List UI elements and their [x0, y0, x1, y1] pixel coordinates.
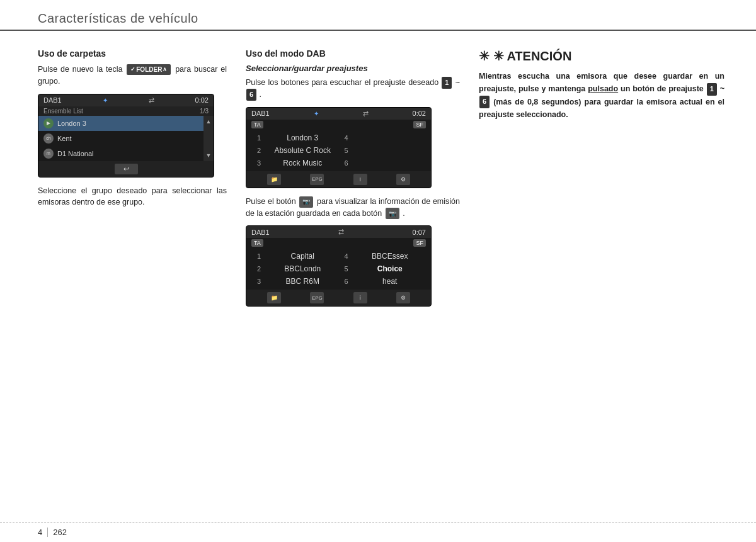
page-title: Características de vehículo: [38, 11, 718, 26]
name-capital: Capital: [268, 252, 338, 261]
epg-icon[interactable]: EPG: [310, 174, 324, 185]
tag-sf-3: SF: [413, 239, 426, 247]
dab-screen-1: DAB1 ✦ ⇄ 0:02 Ensemble List 1/3 ▶ London…: [38, 94, 214, 178]
play-icon: ▶: [43, 118, 54, 128]
item-name: D1 National: [57, 150, 93, 157]
arrow-icon-3: ⇄: [338, 228, 344, 236]
info-icon[interactable]: i: [353, 174, 367, 185]
item-name: Kent: [57, 135, 72, 142]
content-area: Uso de carpetas Pulse de nuevo la tecla …: [0, 31, 756, 510]
bt-icon: ✦: [103, 97, 108, 104]
name-heat: heat: [355, 277, 425, 286]
tags-row-2: TA SF: [246, 120, 431, 130]
tag-sf: SF: [413, 121, 426, 128]
col-right: ✳ ✳ ATENCIÓN Mientras escucha una emisor…: [479, 48, 724, 497]
dab-bottom-icons-2: 📁 EPG i ⚙: [246, 171, 431, 188]
ensemble-label: Ensemble List: [43, 108, 83, 115]
list-item[interactable]: ▶ London 3: [38, 116, 203, 131]
dab-top-bar-2: DAB1 ✦ ⇄ 0:02: [246, 108, 431, 120]
m-icon: m: [43, 149, 54, 159]
back-button[interactable]: ↩: [115, 164, 138, 174]
settings-icon-3[interactable]: ⚙: [396, 292, 410, 303]
time-label-3: 0:07: [413, 229, 426, 236]
preset-grid-2: 1 London 3 4 2 Absolute C Rock 5 3 Rock …: [246, 130, 431, 171]
name-bbclondn: BBCLondn: [268, 264, 338, 273]
tags-row-3: TA SF: [246, 238, 431, 248]
dab-list-container: ▶ London 3 ch Kent m D1 National ▲ ▼: [38, 116, 214, 161]
attention-title: ✳ ✳ ATENCIÓN: [479, 48, 724, 64]
num-4b: 4: [340, 252, 353, 260]
preset-badge-1: 1: [442, 77, 452, 89]
tag-ta-3: TA: [251, 239, 263, 247]
info-icon-3[interactable]: i: [353, 292, 367, 303]
name-choice: Choice: [355, 264, 425, 273]
name-london3: London 3: [268, 133, 338, 142]
page-header: Características de vehículo: [0, 0, 756, 31]
num-4: 4: [340, 134, 353, 142]
dab-list: ▶ London 3 ch Kent m D1 National: [38, 116, 203, 161]
num-6b: 6: [340, 278, 353, 285]
time-label-2: 0:02: [413, 110, 426, 117]
preset-badge-attn-6: 6: [479, 96, 490, 108]
dab1-label-2: DAB1: [251, 110, 270, 117]
scroll-bar: ▲ ▼: [203, 116, 214, 161]
chevron-left-icon: ✓: [130, 65, 135, 74]
folder-icon-3[interactable]: 📁: [267, 292, 281, 303]
name-bbcessex: BBCEssex: [355, 252, 425, 261]
list-item[interactable]: ch Kent: [38, 131, 203, 146]
attention-star-icon: ✳: [479, 49, 490, 63]
preset-grid-3: 1 Capital 4 BBCEssex 2 BBCLondn 5 Choice…: [246, 248, 431, 290]
bt-icon-2: ✦: [314, 110, 319, 117]
ch-icon: ch: [43, 133, 54, 144]
num-3b: 3: [253, 278, 265, 285]
num-2b: 2: [253, 265, 265, 273]
num-6: 6: [340, 159, 353, 167]
arrow-icon-2: ⇄: [363, 110, 369, 118]
epg-icon-3[interactable]: EPG: [310, 292, 324, 303]
dab1-label-3: DAB1: [251, 229, 270, 236]
chevron-right-icon: ∧: [163, 65, 167, 74]
scroll-up-icon: ▲: [206, 118, 212, 125]
scroll-down-icon: ▼: [206, 152, 212, 159]
dab-bottom-icons-3: 📁 EPG i ⚙: [246, 290, 431, 306]
num-2: 2: [253, 147, 265, 154]
col-middle: Uso del modo DAB Seleccionar/guardar pre…: [246, 48, 460, 497]
left-text3: Seleccione el grupo deseado para selecci…: [38, 185, 227, 209]
middle-section-title: Uso del modo DAB: [246, 48, 460, 59]
left-text1: Pulse de nuevo la tecla ✓ FOLDER ∧ para …: [38, 64, 227, 88]
preset-badge-6: 6: [246, 89, 256, 101]
name-absolute: Absolute C Rock: [268, 146, 338, 155]
num-1: 1: [253, 134, 265, 142]
camera-icon: 📷: [299, 196, 313, 208]
footer-page: 262: [53, 528, 67, 537]
page-indicator: 1/3: [200, 108, 209, 115]
num-3: 3: [253, 159, 265, 167]
col-left: Uso de carpetas Pulse de nuevo la tecla …: [38, 48, 227, 497]
dab-bottom-bar-1: ↩: [38, 161, 214, 177]
dab1-label: DAB1: [43, 96, 62, 104]
footer-num: 4: [38, 528, 48, 537]
attention-body: Mientras escucha una emisora que desee g…: [479, 70, 724, 121]
arrow-icon: ⇄: [149, 96, 154, 104]
dab-screen-2: DAB1 ✦ ⇄ 0:02 TA SF 1 London 3 4 2 Absol…: [246, 107, 432, 188]
name-rock: Rock Music: [268, 159, 338, 167]
page-footer: 4 262: [0, 522, 756, 542]
tag-ta: TA: [251, 121, 263, 128]
dab-top-bar-3: DAB1 ⇄ 0:07: [246, 226, 431, 238]
left-section-title: Uso de carpetas: [38, 48, 227, 59]
num-5: 5: [340, 147, 353, 154]
dab-title-bar-1: Ensemble List 1/3: [38, 106, 214, 116]
preset-badge-attn-1: 1: [707, 83, 717, 96]
settings-icon[interactable]: ⚙: [396, 174, 410, 185]
camera-icon-2: 📷: [386, 208, 399, 219]
folder-button[interactable]: ✓ FOLDER ∧: [127, 64, 171, 75]
time-label: 0:02: [195, 96, 209, 104]
middle-text1: Pulse los botones para escuchar el preaj…: [246, 77, 460, 101]
dab-screen-3: DAB1 ⇄ 0:07 TA SF 1 Capital 4 BBCEssex 2…: [246, 225, 432, 307]
middle-text3: Pulse el botón 📷 para visualizar la info…: [246, 196, 460, 220]
dab-top-bar-1: DAB1 ✦ ⇄ 0:02: [38, 94, 214, 106]
num-1b: 1: [253, 252, 265, 260]
list-item[interactable]: m D1 National: [38, 146, 203, 161]
item-name: London 3: [57, 120, 86, 127]
folder-icon[interactable]: 📁: [267, 174, 281, 185]
